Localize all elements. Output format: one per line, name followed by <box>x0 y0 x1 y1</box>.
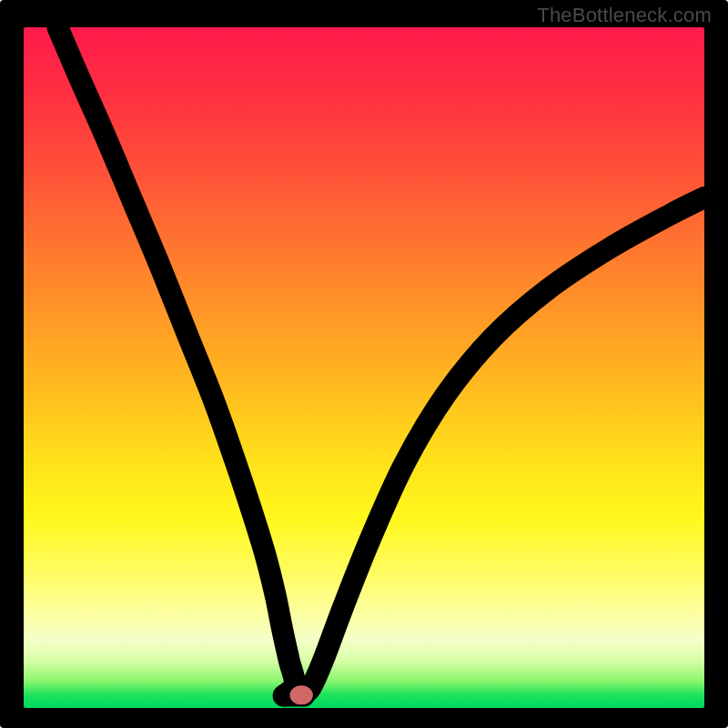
watermark-text: TheBottleneck.com <box>537 4 712 27</box>
chart-svg <box>24 27 704 708</box>
chart-plot-area <box>24 27 704 708</box>
bottleneck-curve <box>57 27 704 696</box>
optimal-marker <box>293 689 309 701</box>
chart-frame: TheBottleneck.com <box>0 0 728 728</box>
